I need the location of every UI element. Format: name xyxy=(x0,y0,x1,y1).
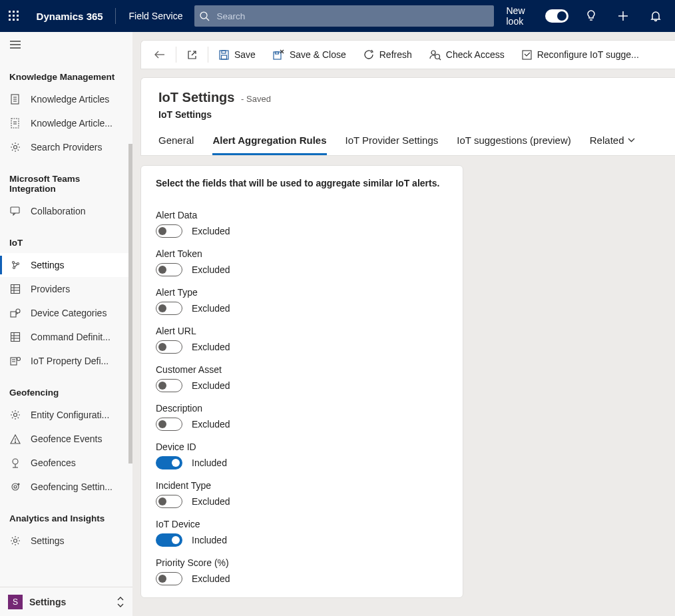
nav-group-header: Analytics and Insights xyxy=(0,499,132,529)
svg-rect-36 xyxy=(11,312,16,317)
toggle-switch[interactable] xyxy=(156,572,182,585)
save-close-label: Save & Close xyxy=(290,49,346,60)
lightbulb-icon xyxy=(586,10,596,22)
tab-suggestions[interactable]: IoT suggestions (preview) xyxy=(457,135,570,155)
tab-general[interactable]: General xyxy=(158,135,194,155)
nav-item[interactable]: IoT Property Defi... xyxy=(0,349,132,373)
svg-point-55 xyxy=(14,539,17,543)
nav-item[interactable]: Settings xyxy=(0,253,132,277)
command-bar: Save Save & Close Refresh Check Access R… xyxy=(140,40,675,69)
nav-item[interactable]: Providers xyxy=(0,277,132,301)
nav-item[interactable]: Knowledge Articles xyxy=(0,87,132,111)
nav-group-header: Geofencing xyxy=(0,373,132,403)
nav-item[interactable]: Search Providers xyxy=(0,135,132,159)
nav-item[interactable]: Geofencing Settin... xyxy=(0,475,132,499)
property-icon xyxy=(9,356,21,366)
toggle-switch[interactable] xyxy=(156,224,182,238)
nav-item[interactable]: Settings xyxy=(0,529,132,553)
toggle-switch[interactable] xyxy=(156,340,182,354)
search-icon xyxy=(200,11,210,21)
field-label: Description xyxy=(156,403,448,414)
check-access-button[interactable]: Check Access xyxy=(421,41,513,69)
nav-item-label: Command Definit... xyxy=(31,332,123,342)
nav-item[interactable]: Entity Configurati... xyxy=(0,403,132,427)
tab-aggregation[interactable]: Alert Aggregation Rules xyxy=(212,135,326,155)
toggle-switch[interactable] xyxy=(156,495,182,508)
nav-collapse-button[interactable] xyxy=(8,37,23,52)
nav-item[interactable]: Knowledge Article... xyxy=(0,111,132,135)
nav-item[interactable]: Geofences xyxy=(0,451,132,475)
notifications-button[interactable] xyxy=(641,0,670,32)
nav-scrollbar[interactable] xyxy=(128,144,132,583)
doc-dashed-icon xyxy=(9,118,21,129)
nav-item-label: Settings xyxy=(31,535,123,546)
toggle-switch[interactable] xyxy=(156,456,182,469)
toggle-state-label: Excluded xyxy=(192,496,230,507)
svg-line-10 xyxy=(206,18,209,21)
tab-related[interactable]: Related xyxy=(590,135,636,155)
sort-icon xyxy=(116,597,124,607)
svg-rect-32 xyxy=(11,285,20,294)
area-switcher[interactable]: S Settings xyxy=(0,587,132,616)
svg-point-37 xyxy=(16,309,20,313)
toggle-switch[interactable] xyxy=(156,418,182,431)
field-label: Alert URL xyxy=(156,326,448,336)
new-look-label: New look xyxy=(506,5,540,27)
search-input[interactable] xyxy=(215,11,489,22)
access-icon xyxy=(429,49,441,60)
assistant-button[interactable] xyxy=(576,0,605,32)
waffle-icon xyxy=(9,11,19,21)
svg-point-65 xyxy=(431,51,435,55)
field-label: Alert Data xyxy=(156,210,448,220)
aggregation-panel: Select the fields that will be used to a… xyxy=(140,165,463,598)
nav-item[interactable]: Collaboration xyxy=(0,199,132,223)
aggregation-field: Alert DataExcluded xyxy=(156,210,448,238)
hamburger-icon xyxy=(10,41,21,49)
global-search[interactable] xyxy=(194,5,494,27)
nav-item[interactable]: Geofence Events xyxy=(0,427,132,451)
tab-provider[interactable]: IoT Provider Settings xyxy=(345,135,439,155)
area-badge: S xyxy=(8,595,23,609)
toggle-on-icon xyxy=(545,9,568,23)
aggregation-field: Device IDIncluded xyxy=(156,442,448,469)
toggle-switch[interactable] xyxy=(156,302,182,315)
toggle-switch[interactable] xyxy=(156,533,182,547)
save-close-button[interactable]: Save & Close xyxy=(265,41,354,69)
plus-icon xyxy=(618,11,628,21)
nav-item[interactable]: Command Definit... xyxy=(0,325,132,349)
panel-instruction: Select the fields that will be used to a… xyxy=(156,178,448,188)
toggle-switch[interactable] xyxy=(156,379,182,392)
field-label: IoT Device xyxy=(156,519,448,529)
nav-item[interactable]: Device Categories xyxy=(0,301,132,325)
reconfigure-button[interactable]: Reconfigure IoT sugge... xyxy=(514,41,647,69)
brand-link[interactable]: Dynamics 365 xyxy=(33,11,107,22)
open-new-icon xyxy=(187,50,197,60)
aggregation-field: DescriptionExcluded xyxy=(156,403,448,431)
refresh-button[interactable]: Refresh xyxy=(355,41,420,69)
nav-item-label: Collaboration xyxy=(31,206,123,216)
save-button[interactable]: Save xyxy=(211,41,264,69)
arrow-left-icon xyxy=(154,50,165,59)
svg-point-53 xyxy=(14,485,17,488)
app-launcher-button[interactable] xyxy=(0,0,29,32)
reconfigure-icon xyxy=(522,50,532,60)
chevron-down-icon xyxy=(628,138,635,143)
aggregation-field: Incident TypeExcluded xyxy=(156,480,448,508)
nav-item-label: Geofencing Settin... xyxy=(31,481,123,492)
add-button[interactable] xyxy=(609,0,638,32)
svg-rect-8 xyxy=(17,19,19,21)
back-button[interactable] xyxy=(146,41,173,69)
toggle-state-label: Excluded xyxy=(192,342,230,352)
toggle-switch[interactable] xyxy=(156,263,182,276)
new-look-toggle[interactable]: New look xyxy=(502,5,572,27)
open-in-new-button[interactable] xyxy=(179,41,205,69)
area-label: Settings xyxy=(29,597,66,607)
app-name[interactable]: Field Service xyxy=(124,11,191,21)
pin-icon xyxy=(9,458,21,468)
toggle-state-label: Excluded xyxy=(192,264,230,275)
field-label: Alert Token xyxy=(156,248,448,259)
aggregation-field: Alert TokenExcluded xyxy=(156,248,448,276)
svg-rect-1 xyxy=(13,11,15,13)
form-tabs: General Alert Aggregation Rules IoT Prov… xyxy=(158,135,658,155)
page-title: IoT Settings xyxy=(158,90,234,105)
